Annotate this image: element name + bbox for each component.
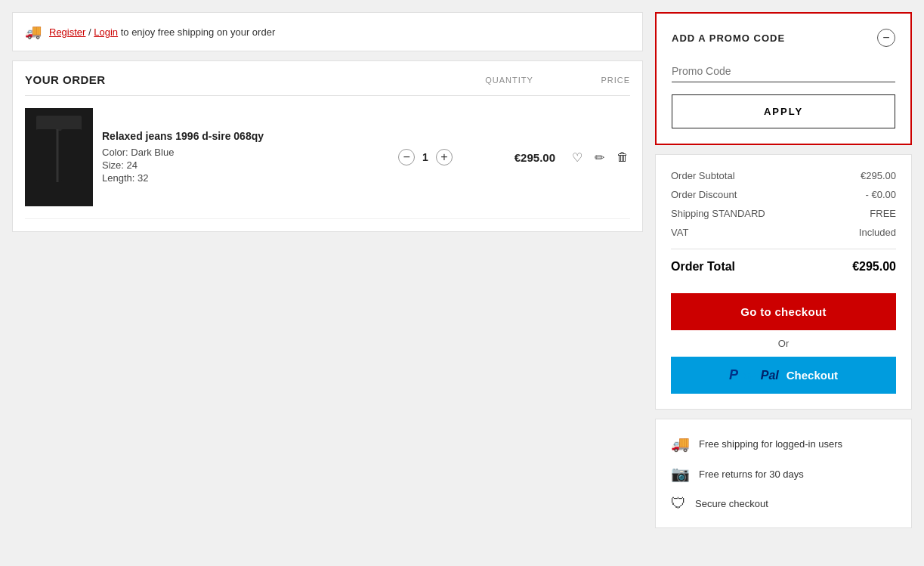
price-col-header: PRICE (555, 76, 630, 85)
or-divider: Or (671, 338, 896, 349)
free-shipping-info: 🚚 Free shipping for logged-in users (671, 435, 896, 453)
promo-title: ADD A PROMO CODE (672, 32, 785, 44)
shipping-value: FREE (870, 208, 896, 219)
decrease-qty-button[interactable]: − (398, 149, 415, 165)
truck-icon: 🚚 (25, 23, 42, 40)
total-value: €295.00 (852, 260, 896, 274)
product-image (25, 108, 93, 206)
promo-code-panel: ADD A PROMO CODE − APPLY (655, 12, 912, 145)
vat-label: VAT (671, 227, 688, 238)
quantity-controls: − 1 + (380, 149, 471, 165)
banner-text: Register / Login to enjoy free shipping … (49, 26, 275, 38)
increase-qty-button[interactable]: + (436, 149, 453, 165)
subtotal-label: Order Subtotal (671, 170, 735, 181)
secure-checkout-label: Secure checkout (695, 498, 768, 509)
apply-promo-button[interactable]: APPLY (672, 94, 895, 128)
shipping-banner: 🚚 Register / Login to enjoy free shippin… (12, 12, 643, 51)
quantity-value: 1 (422, 151, 428, 163)
svg-rect-3 (36, 180, 57, 196)
item-price: €295.00 (480, 151, 555, 164)
quantity-col-header: QUANTITY (464, 76, 555, 85)
secure-checkout-info: 🛡 Secure checkout (671, 495, 896, 512)
item-color: Color: Dark Blue (102, 147, 371, 158)
delete-button[interactable]: 🗑 (615, 149, 630, 165)
shield-icon: 🛡 (671, 495, 686, 512)
discount-row: Order Discount - €0.00 (671, 189, 896, 200)
truck-info-icon: 🚚 (671, 435, 690, 453)
go-to-checkout-button[interactable]: Go to checkout (671, 293, 896, 330)
subtotal-value: €295.00 (861, 170, 896, 181)
shipping-row: Shipping STANDARD FREE (671, 208, 896, 219)
subtotal-row: Order Subtotal €295.00 (671, 170, 896, 181)
total-label: Order Total (671, 260, 735, 274)
paypal-checkout-text: Checkout (786, 369, 838, 382)
wishlist-button[interactable]: ♡ (570, 149, 584, 166)
shipping-label: Shipping STANDARD (671, 208, 765, 219)
paypal-checkout-button[interactable]: P ay Pal Checkout (671, 357, 896, 394)
order-item: Relaxed jeans 1996 d-sire 068qy Color: D… (25, 96, 630, 219)
item-actions: ♡ ✏ 🗑 (570, 149, 630, 166)
order-title: YOUR ORDER (25, 73, 464, 86)
free-returns-label: Free returns for 30 days (699, 469, 804, 480)
paypal-label: ay (743, 369, 756, 382)
order-summary-panel: Order Subtotal €295.00 Order Discount - … (655, 154, 912, 410)
promo-collapse-button[interactable]: − (877, 29, 895, 47)
svg-rect-0 (36, 116, 82, 131)
promo-code-input[interactable] (672, 60, 895, 82)
item-length: Length: 32 (102, 172, 371, 184)
item-name: Relaxed jeans 1996 d-sire 068qy (102, 130, 371, 142)
order-panel: YOUR ORDER QUANTITY PRICE (12, 60, 643, 232)
paypal-p-icon: P (729, 367, 738, 383)
discount-value: - €0.00 (866, 189, 896, 200)
edit-button[interactable]: ✏ (593, 149, 606, 166)
paypal-pal: Pal (761, 369, 779, 382)
info-panel: 🚚 Free shipping for logged-in users 📷 Fr… (655, 419, 912, 528)
vat-value: Included (859, 227, 896, 238)
total-row: Order Total €295.00 (671, 249, 896, 274)
item-details: Relaxed jeans 1996 d-sire 068qy Color: D… (102, 130, 371, 185)
vat-row: VAT Included (671, 227, 896, 238)
discount-label: Order Discount (671, 189, 737, 200)
free-returns-info: 📷 Free returns for 30 days (671, 465, 896, 483)
item-size: Size: 24 (102, 159, 371, 171)
register-link[interactable]: Register (49, 26, 85, 38)
login-link[interactable]: Login (94, 26, 118, 38)
svg-rect-2 (61, 129, 82, 182)
free-shipping-label: Free shipping for logged-in users (699, 438, 842, 450)
svg-rect-4 (61, 180, 82, 196)
svg-rect-1 (36, 129, 57, 182)
returns-icon: 📷 (671, 465, 690, 483)
